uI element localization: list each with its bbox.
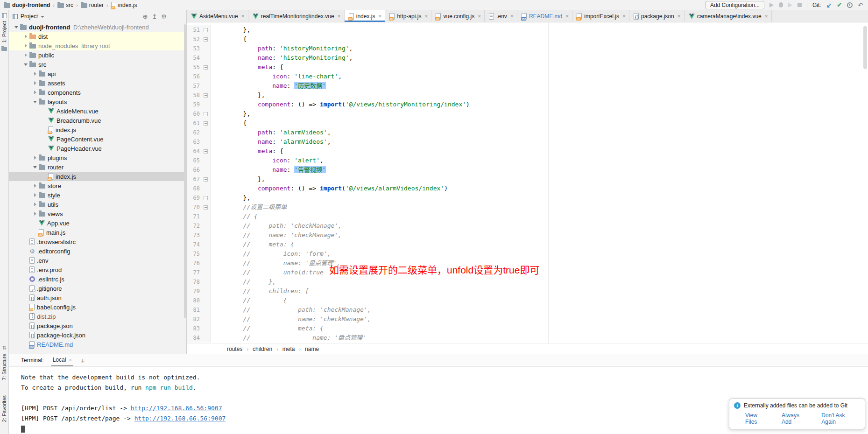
settings-gear-icon[interactable]: ⚙ — [161, 13, 167, 20]
run-icon[interactable] — [769, 3, 774, 7]
project-panel-title[interactable]: Project — [21, 13, 38, 20]
terminal-link[interactable]: http://192.168.66.56:9007 — [131, 405, 222, 412]
tab--env[interactable]: .env× — [485, 10, 517, 22]
tree-row[interactable]: .eslintrc.js — [9, 274, 186, 284]
editor-breadcrumb-item[interactable]: meta — [282, 346, 295, 352]
tree-row[interactable]: AsideMenu.vue — [9, 106, 186, 116]
tree-row[interactable]: api — [9, 69, 186, 78]
tab-close-icon[interactable]: × — [478, 13, 481, 20]
tree-row[interactable]: auth.json — [9, 293, 186, 302]
breadcrumb-item[interactable]: router — [81, 2, 104, 8]
fold-marker-icon[interactable] — [204, 93, 208, 98]
chevron-right-icon[interactable] — [31, 81, 39, 85]
fold-marker-icon[interactable] — [204, 28, 208, 32]
editor-breadcrumb-item[interactable]: name — [305, 346, 319, 352]
tree-row[interactable]: Breadcrumb.vue — [9, 116, 186, 125]
notification-action-always-add[interactable]: Always Add — [782, 412, 810, 425]
tree-row[interactable]: store — [9, 181, 186, 190]
tab-close-icon[interactable]: × — [378, 13, 381, 20]
tab-asidemenu-vue[interactable]: AsideMenu.vue× — [187, 10, 248, 22]
tree-row[interactable]: components — [9, 88, 186, 97]
close-icon[interactable]: × — [69, 357, 71, 363]
tree-row[interactable]: public — [9, 50, 186, 60]
chevron-right-icon[interactable] — [31, 203, 39, 206]
tab-close-icon[interactable]: × — [510, 13, 514, 20]
rollback-icon[interactable]: ↶ — [858, 2, 863, 8]
history-icon[interactable] — [847, 2, 853, 8]
folder-icon[interactable] — [1, 47, 7, 51]
editor-breadcrumb-item[interactable]: routes — [227, 346, 242, 352]
fold-marker-icon[interactable] — [204, 177, 208, 182]
breadcrumb-item[interactable]: src — [57, 2, 73, 8]
tree-row[interactable]: layouts — [9, 97, 186, 106]
tree-row[interactable]: views — [9, 209, 186, 218]
chevron-down-icon[interactable] — [13, 26, 20, 28]
tab-package-json[interactable]: package.json× — [629, 10, 685, 22]
code-editor[interactable]: 51 },52 {53 path: 'historyMonitoring',54… — [187, 22, 868, 343]
terminal-tab-local[interactable]: Local × — [51, 355, 73, 366]
tree-row[interactable]: ⚙.editorconfig — [9, 246, 186, 256]
editor-scrollbar[interactable] — [863, 26, 867, 69]
tree-row[interactable]: router — [9, 162, 186, 172]
chevron-right-icon[interactable] — [31, 156, 39, 160]
tab-http-api-js[interactable]: http-api.js× — [385, 10, 431, 22]
hide-panel-icon[interactable]: ― — [171, 13, 177, 20]
tab-realtimemonitoring-index-vue[interactable]: realTimeMonitoring\index.vue× — [248, 10, 345, 22]
tree-row[interactable]: index.js — [9, 172, 186, 181]
tab-index-js[interactable]: index.js× — [345, 10, 386, 22]
tab-close-icon[interactable]: × — [622, 13, 626, 20]
tree-row[interactable]: App.vue — [9, 218, 186, 228]
tree-row[interactable]: package.json — [9, 321, 186, 330]
chevron-down-icon[interactable] — [31, 166, 39, 168]
tree-row[interactable]: PageHeader.vue — [9, 144, 186, 153]
terminal-link[interactable]: http://192.168.66.56:9007 — [134, 415, 226, 422]
chevron-right-icon[interactable] — [31, 193, 39, 197]
chevron-down-icon[interactable] — [31, 101, 39, 103]
tab-cameramanage-index-vue[interactable]: cameraManage\index.vue× — [685, 10, 772, 22]
tool-button-favorites[interactable]: 2: Favorites — [1, 395, 7, 422]
tab-close-icon[interactable]: × — [765, 13, 768, 20]
chevron-down-icon[interactable] — [22, 63, 29, 66]
tree-row[interactable]: dist.zip — [9, 312, 186, 321]
tree-row[interactable]: README.md — [9, 340, 186, 349]
tab-importexcel-js[interactable]: importExcel.js× — [572, 10, 629, 22]
structure-icon[interactable]: ⇅ — [2, 345, 6, 351]
tab-readme-md[interactable]: README.md× — [517, 10, 572, 22]
tree-row[interactable]: duoji-frontendD:\zheheWeb\duoji-frontend — [9, 22, 186, 32]
tree-row[interactable]: node_moduleslibrary root — [9, 41, 186, 50]
locate-file-icon[interactable]: ⊕ — [143, 13, 148, 20]
git-update-icon[interactable]: ↙ — [826, 2, 832, 8]
tree-row[interactable]: .browserslistrc — [9, 237, 186, 246]
debug-icon[interactable] — [779, 2, 783, 7]
breadcrumb-item[interactable]: index.js — [111, 2, 137, 8]
tree-row[interactable]: index.js — [9, 125, 186, 134]
tree-row[interactable]: .gitignore — [9, 284, 186, 293]
fold-marker-icon[interactable] — [204, 196, 208, 200]
tree-row[interactable]: babel.config.js — [9, 302, 186, 312]
tree-row[interactable]: src — [9, 60, 186, 69]
chevron-right-icon[interactable] — [31, 91, 39, 94]
fold-marker-icon[interactable] — [204, 112, 208, 116]
chevron-down-icon[interactable] — [41, 16, 44, 18]
tab-close-icon[interactable]: × — [565, 13, 569, 20]
git-commit-icon[interactable]: ✔ — [837, 2, 842, 8]
fold-marker-icon[interactable] — [204, 205, 208, 210]
tree-row[interactable]: package-lock.json — [9, 330, 186, 340]
coverage-icon[interactable] — [788, 3, 792, 7]
fold-marker-icon[interactable] — [204, 65, 208, 70]
fold-marker-icon[interactable] — [204, 121, 208, 126]
breadcrumb-item[interactable]: duoji-frontend — [4, 2, 50, 8]
tool-button-project[interactable]: 1: Project — [1, 21, 7, 42]
tab-close-icon[interactable]: × — [677, 13, 681, 20]
editor-breadcrumb-item[interactable]: children — [253, 346, 272, 352]
tree-row[interactable]: main.js — [9, 228, 186, 237]
tree-row[interactable]: utils — [9, 200, 186, 209]
collapse-all-icon[interactable]: ↥ — [152, 13, 157, 20]
chevron-right-icon[interactable] — [22, 53, 29, 57]
tree-row[interactable]: style — [9, 190, 186, 200]
tab-close-icon[interactable]: × — [424, 13, 428, 20]
add-configuration-button[interactable]: Add Configuration... — [706, 1, 764, 9]
notification-action-view-files[interactable]: View Files — [745, 412, 770, 425]
chevron-right-icon[interactable] — [22, 35, 29, 38]
tree-row[interactable]: plugins — [9, 153, 186, 162]
